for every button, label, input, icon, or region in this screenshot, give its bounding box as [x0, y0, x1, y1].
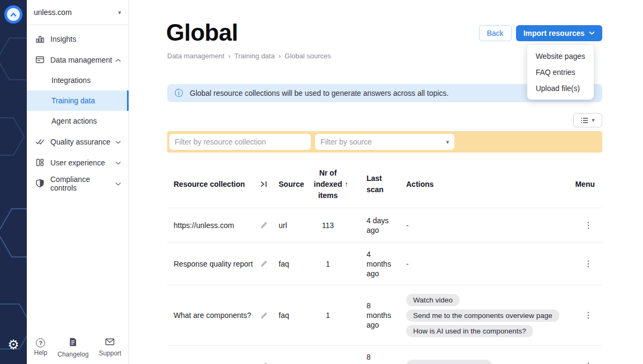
table-row: https://unless.com url 113 4 days ago - … [167, 208, 602, 242]
collapse-column-icon[interactable] [260, 180, 267, 188]
indexed-count: 1 [326, 260, 330, 268]
sidebar-nav: Insights Data management Integrations Tr… [27, 25, 129, 194]
row-menu-icon[interactable]: ⋮ [582, 361, 595, 364]
action-chip: Watch video [406, 294, 460, 306]
app-rail: ⚙ [0, 0, 27, 364]
shield-icon [35, 179, 44, 188]
row-menu-icon[interactable]: ⋮ [582, 310, 595, 321]
changelog-button[interactable]: Changelog [57, 337, 88, 358]
sort-ascending-icon[interactable]: ↑ [345, 180, 348, 188]
help-button[interactable]: ? Help [34, 338, 48, 357]
resource-name: https://unless.com [167, 221, 253, 230]
account-switcher[interactable]: unless.com ▾ [27, 0, 129, 25]
filter-resource-collection-input[interactable] [169, 134, 311, 150]
double-check-icon [35, 137, 44, 146]
row-menu-icon[interactable]: ⋮ [582, 259, 595, 269]
import-resources-label: Import resources [524, 29, 585, 37]
action-chip: How is AI used in the components? [406, 325, 533, 337]
layout-icon [35, 158, 44, 167]
breadcrumb: Data management › Training data › Global… [167, 52, 331, 60]
page-title: Global [166, 19, 238, 46]
list-view-icon [581, 117, 588, 124]
support-label: Support [99, 350, 121, 357]
action-chips: Watch video Send me to the components ov… [406, 294, 572, 337]
source-type: faq [274, 311, 306, 320]
table-row: Response quality report faq 1 4 months a… [167, 242, 602, 285]
account-name: unless.com [34, 8, 72, 17]
filter-bar: Filter by source ▾ [167, 131, 602, 153]
row-menu-icon[interactable]: ⋮ [582, 220, 595, 231]
edit-pencil-icon[interactable] [260, 221, 268, 229]
action-chip [406, 360, 492, 364]
menu-item-website-pages[interactable]: Website pages [527, 48, 594, 64]
chevron-down-icon [589, 31, 595, 35]
caret-down-icon: ▾ [446, 139, 449, 146]
changelog-icon [69, 337, 77, 349]
help-label: Help [34, 349, 48, 357]
bar-chart-icon [35, 34, 44, 43]
col-menu: Menu [572, 180, 602, 188]
actions-cell: Watch video Send me to the components ov… [397, 294, 572, 337]
caret-down-icon: ▾ [118, 9, 121, 16]
sidebar-item-label: Insights [50, 35, 76, 43]
breadcrumb-separator: › [228, 52, 230, 60]
sidebar-item-label: User experience [50, 158, 105, 167]
sidebar: unless.com ▾ Insights Data management In… [27, 0, 129, 364]
caret-down-icon: ▾ [592, 117, 595, 124]
sidebar-item-user-experience[interactable]: User experience [27, 152, 129, 173]
changelog-label: Changelog [57, 351, 88, 358]
settings-gear-icon[interactable]: ⚙ [0, 338, 27, 351]
indexed-count: 113 [322, 221, 334, 230]
sidebar-item-insights[interactable]: Insights [27, 28, 129, 49]
actions-cell: - [397, 221, 572, 230]
import-resources-button[interactable]: Import resources [516, 25, 602, 41]
app-logo[interactable] [4, 5, 23, 24]
sidebar-item-data-management[interactable]: Data management [27, 49, 129, 70]
table-row: 8 ⋮ [167, 345, 602, 364]
actions-cell [397, 360, 572, 364]
sidebar-item-quality-assurance[interactable]: Quality assurance [27, 131, 129, 152]
edit-pencil-icon[interactable] [260, 312, 268, 320]
sidebar-item-label: Data management [50, 56, 112, 64]
help-icon: ? [36, 338, 45, 347]
view-toggle-button[interactable]: ▾ [573, 113, 602, 127]
chevron-up-icon [115, 55, 121, 65]
source-type: faq [274, 260, 306, 268]
breadcrumb-global-sources[interactable]: Global sources [285, 52, 331, 60]
back-button[interactable]: Back [479, 25, 512, 41]
last-scan: 4 days ago [349, 216, 397, 235]
col-indexed-items: Nr of indexed items ↑ [306, 168, 349, 201]
resource-name: Response quality report [167, 260, 253, 268]
menu-item-upload-files[interactable]: Upload file(s) [527, 80, 594, 96]
header-actions: Back Import resources [479, 25, 603, 41]
last-scan: 8 months ago [349, 301, 397, 330]
sidebar-item-compliance-controls[interactable]: Compliance controls [27, 173, 129, 194]
support-button[interactable]: Support [99, 338, 121, 357]
sidebar-item-training-data[interactable]: Training data [27, 90, 129, 111]
col-resource-collection: Resource collection [167, 180, 253, 188]
breadcrumb-data-management[interactable]: Data management [167, 52, 225, 60]
edit-pencil-icon[interactable] [260, 260, 268, 268]
chevron-down-icon [115, 158, 121, 168]
sidebar-item-label: Quality assurance [50, 138, 110, 146]
breadcrumb-separator: › [279, 52, 281, 60]
support-icon [105, 338, 115, 348]
chevron-down-icon [115, 179, 121, 188]
resources-table: Resource collection Source Nr of indexed… [167, 161, 602, 364]
filter-source-placeholder: Filter by source [320, 138, 372, 146]
breadcrumb-training-data[interactable]: Training data [234, 52, 274, 60]
menu-item-faq-entries[interactable]: FAQ entries [527, 64, 594, 80]
last-scan: 8 [349, 352, 397, 362]
sidebar-item-integrations[interactable]: Integrations [27, 70, 129, 90]
folder-icon [35, 55, 44, 64]
main-content: Global Data management › Training data ›… [129, 0, 643, 364]
logo-chevron-icon [7, 8, 20, 21]
table-row: What are components? faq 1 8 months ago … [167, 285, 602, 345]
edit-pencil-icon[interactable] [260, 362, 268, 364]
actions-cell: - [397, 260, 572, 268]
sidebar-item-agent-actions[interactable]: Agent actions [27, 111, 129, 131]
action-chip: Send me to the components overview page [406, 309, 559, 322]
sidebar-item-label: Compliance controls [50, 175, 115, 192]
info-banner-text: Global resource collections will be used… [190, 89, 448, 97]
filter-source-select[interactable]: Filter by source ▾ [315, 134, 454, 150]
